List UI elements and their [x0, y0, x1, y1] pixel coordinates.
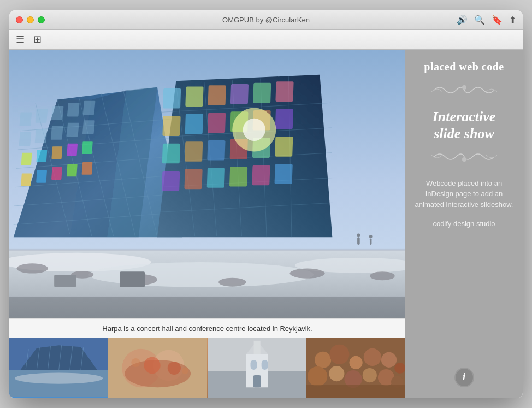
svg-rect-56: [253, 82, 271, 103]
svg-rect-132: [306, 385, 405, 398]
svg-point-79: [17, 263, 48, 273]
svg-rect-32: [36, 150, 47, 162]
svg-rect-90: [370, 238, 371, 244]
svg-rect-65: [185, 141, 203, 162]
svg-rect-55: [230, 84, 249, 104]
svg-point-120: [315, 351, 331, 368]
panel-title: Interactive slide show: [433, 108, 496, 142]
svg-point-106: [144, 357, 161, 373]
main-image-area[interactable]: [9, 50, 405, 318]
slideshow-panel: Harpa is a concert hall and conference c…: [9, 50, 405, 398]
caption-text: Harpa is a concert hall and conference c…: [102, 324, 312, 333]
title-bar: OMGPUB by @CircularKen 🔊 🔍 🔖 ⬆: [9, 10, 523, 30]
svg-rect-54: [208, 85, 226, 105]
thumbnail-strip: [9, 338, 405, 398]
svg-rect-63: [275, 109, 293, 129]
svg-rect-52: [163, 88, 181, 108]
svg-point-124: [381, 352, 397, 367]
svg-rect-118: [253, 375, 261, 387]
svg-rect-22: [36, 109, 48, 122]
svg-point-125: [394, 362, 405, 373]
app-window: OMGPUB by @CircularKen 🔊 🔍 🔖 ⬆ ☰ ⊞: [9, 10, 523, 398]
thumbnail-4[interactable]: [306, 338, 405, 398]
svg-rect-36: [21, 173, 32, 186]
svg-rect-69: [275, 137, 293, 157]
svg-rect-40: [82, 162, 93, 174]
info-button[interactable]: i: [454, 368, 474, 387]
thumbnail-3[interactable]: [208, 338, 306, 398]
svg-rect-37: [36, 170, 47, 182]
svg-rect-57: [275, 81, 293, 102]
svg-point-126: [308, 366, 327, 386]
svg-rect-85: [54, 274, 76, 287]
panel-heading: placed web code: [424, 61, 504, 73]
svg-rect-58: [162, 116, 180, 136]
svg-rect-33: [51, 146, 62, 159]
svg-rect-73: [229, 166, 247, 186]
svg-rect-35: [82, 141, 93, 154]
svg-rect-31: [21, 152, 32, 165]
title-bar-actions: 🔊 🔍 🔖 ⬆: [457, 15, 516, 25]
svg-rect-30: [82, 120, 95, 134]
svg-point-122: [349, 356, 362, 369]
ornament-bottom: [429, 149, 500, 168]
svg-rect-74: [252, 165, 270, 185]
svg-rect-29: [67, 122, 79, 136]
close-button[interactable]: [16, 16, 23, 23]
bookmark-icon[interactable]: 🔖: [492, 15, 503, 25]
svg-rect-114: [253, 340, 260, 354]
svg-rect-21: [19, 112, 32, 126]
svg-rect-86: [120, 271, 145, 287]
svg-point-134: [462, 157, 466, 162]
minimize-button[interactable]: [27, 16, 34, 23]
svg-rect-71: [184, 169, 202, 189]
svg-point-133: [462, 85, 466, 90]
building-image: [9, 50, 405, 318]
svg-point-107: [168, 361, 181, 374]
svg-rect-72: [207, 168, 225, 188]
svg-rect-39: [67, 164, 78, 176]
image-caption: Harpa is a concert hall and conference c…: [9, 318, 405, 338]
thumbnail-2[interactable]: [108, 338, 207, 398]
svg-rect-53: [185, 86, 203, 107]
grid-view-icon[interactable]: ⊞: [33, 33, 42, 45]
svg-rect-24: [67, 103, 80, 116]
svg-point-123: [363, 348, 381, 365]
thumbnail-1[interactable]: [9, 338, 108, 398]
svg-rect-116: [250, 359, 257, 369]
svg-rect-75: [274, 164, 292, 184]
svg-rect-64: [162, 143, 180, 163]
svg-rect-34: [67, 143, 78, 156]
toolbar: ☰ ⊞: [9, 30, 523, 50]
svg-rect-25: [83, 100, 96, 114]
search-icon[interactable]: 🔍: [474, 15, 485, 25]
svg-point-91: [369, 235, 373, 238]
share-icon[interactable]: ⬆: [509, 15, 516, 25]
svg-rect-88: [357, 237, 360, 245]
panel-description: Webcode placed into an InDesign page to …: [414, 178, 514, 210]
main-content: Harpa is a concert hall and conference c…: [9, 50, 523, 398]
svg-point-129: [362, 368, 376, 382]
svg-point-101: [15, 372, 103, 383]
traffic-lights: [16, 16, 45, 23]
studio-link[interactable]: codify design studio: [433, 220, 495, 228]
svg-point-127: [329, 365, 344, 381]
ornament-top: [429, 82, 500, 102]
svg-rect-59: [185, 114, 203, 134]
maximize-button[interactable]: [38, 16, 45, 23]
svg-point-109: [182, 367, 188, 374]
info-panel: placed web code Interactive slide show: [405, 50, 523, 398]
window-title: OMGPUB by @CircularKen: [222, 16, 310, 24]
svg-rect-38: [51, 167, 62, 180]
svg-rect-70: [162, 170, 180, 191]
svg-point-121: [329, 344, 349, 364]
svg-rect-23: [51, 105, 64, 119]
svg-rect-27: [35, 129, 48, 143]
svg-point-108: [132, 358, 140, 366]
svg-point-77: [243, 118, 265, 140]
volume-icon[interactable]: 🔊: [457, 15, 468, 25]
svg-rect-87: [9, 296, 405, 318]
svg-point-82: [218, 277, 246, 286]
svg-rect-66: [207, 140, 225, 160]
list-view-icon[interactable]: ☰: [16, 33, 25, 45]
